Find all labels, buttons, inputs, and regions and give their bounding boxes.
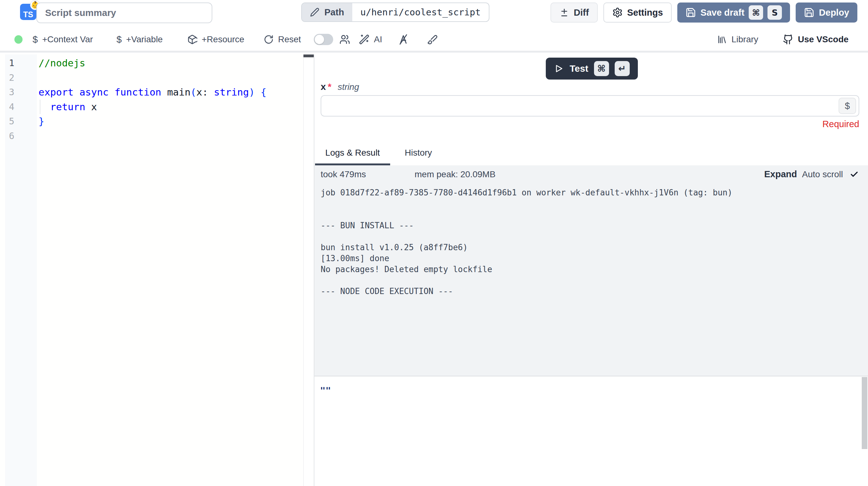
code-line[interactable] (38, 129, 267, 144)
reset-label: Reset (278, 34, 301, 44)
code-line[interactable]: } (38, 114, 267, 129)
add-variable-label: +Variable (126, 34, 163, 44)
windmill-script-editor: TS 👶 Path u/henri/coolest_script Diff Se… (0, 0, 868, 486)
save-draft-label: Save draft (701, 7, 744, 18)
code-line[interactable]: export async function main(x: string) { (38, 85, 267, 99)
scrollbar-thumb[interactable] (862, 377, 867, 449)
typescript-logo: TS 👶 (20, 4, 36, 20)
memory-peak: mem peak: 20.09MB (414, 170, 495, 179)
required-validation-message: Required (822, 119, 859, 129)
argument-value-input[interactable] (321, 95, 859, 117)
header-actions: Diff Settings Save draft ⌘ S Deploy (551, 2, 857, 23)
add-resource-button[interactable]: +Resource (187, 34, 244, 44)
package-icon (187, 34, 197, 44)
add-context-var-label: +Context Var (42, 34, 93, 44)
header-bar: TS 👶 Path u/henri/coolest_script Diff Se… (0, 0, 868, 28)
dollar-icon: $ (33, 34, 38, 45)
code-editor[interactable]: 123456 //nodejsexport async function mai… (0, 55, 304, 486)
assistant-disabled-icon (398, 34, 409, 45)
reset-button[interactable]: Reset (264, 34, 301, 44)
save-icon (804, 7, 814, 18)
test-button[interactable]: Test ⌘ ↵ (546, 58, 638, 80)
tab-history[interactable]: History (390, 140, 446, 165)
diff-label: Diff (574, 7, 589, 18)
run-duration: took 479ms (321, 170, 414, 179)
code-line[interactable]: //nodejs (38, 56, 267, 70)
dollar-icon: $ (845, 101, 850, 111)
add-resource-label: +Resource (202, 34, 244, 44)
enter-key-badge: ↵ (615, 61, 630, 76)
save-draft-button[interactable]: Save draft ⌘ S (677, 2, 790, 23)
tab-logs-result[interactable]: Logs & Result (315, 140, 390, 165)
settings-button[interactable]: Settings (603, 2, 672, 23)
line-number: 2 (0, 70, 14, 85)
line-number: 5 (0, 114, 14, 129)
script-summary-input[interactable] (36, 2, 212, 23)
dollar-icon: $ (117, 34, 122, 45)
argument-input-wrap: $ (321, 95, 859, 117)
add-context-var-button[interactable]: $ +Context Var (33, 34, 93, 45)
typescript-logo-label: TS (23, 10, 33, 19)
path-label: Path (324, 7, 344, 18)
code-assistant-disabled-button[interactable] (398, 34, 409, 45)
log-output[interactable]: job 018d7f22-af89-7385-7780-d4146d1f96b1… (321, 187, 733, 297)
toggle-knob (315, 35, 324, 44)
deploy-label: Deploy (819, 7, 849, 18)
argument-name: x (321, 82, 326, 92)
main-area: 123456 //nodejsexport async function mai… (0, 55, 868, 486)
cmd-key-badge: ⌘ (594, 61, 609, 76)
ai-label: AI (374, 34, 382, 44)
insert-variable-button[interactable]: $ (839, 98, 856, 114)
diff-mode-toggle[interactable] (314, 34, 333, 45)
code-content[interactable]: //nodejsexport async function main(x: st… (38, 56, 267, 143)
line-number: 6 (0, 129, 14, 144)
result-scrollbar[interactable] (861, 376, 868, 486)
result-panel: "" (314, 376, 868, 486)
settings-label: Settings (627, 7, 663, 18)
script-path-control[interactable]: Path u/henri/coolest_script (301, 2, 489, 22)
cmd-key-badge: ⌘ (749, 5, 763, 20)
autoscroll-toggle[interactable]: Auto scroll (802, 170, 843, 179)
required-asterisk: * (328, 82, 332, 92)
s-key-badge: S (768, 5, 782, 20)
deploy-button[interactable]: Deploy (796, 2, 857, 23)
library-label: Library (732, 34, 758, 44)
splitter-drag-handle[interactable] (303, 55, 314, 57)
ai-assistant-button[interactable]: AI (359, 34, 382, 45)
reset-icon (264, 34, 274, 44)
pencil-icon (310, 7, 319, 17)
github-cat-icon (783, 34, 794, 45)
toggle-switch[interactable] (314, 34, 333, 45)
play-icon (554, 64, 564, 73)
use-vscode-label: Use VScode (798, 34, 848, 44)
deployment-status-dot-icon (14, 35, 23, 44)
code-line[interactable] (38, 70, 267, 85)
argument-label: x* string (321, 82, 359, 92)
save-icon (685, 7, 696, 18)
users-icon (339, 34, 350, 45)
test-label: Test (569, 63, 588, 74)
add-variable-button[interactable]: $ +Variable (117, 34, 163, 45)
code-line[interactable]: return x (38, 99, 267, 114)
logs-panel: took 479ms mem peak: 20.09MB Expand Auto… (314, 165, 868, 376)
check-icon (850, 170, 859, 179)
result-value[interactable]: "" (320, 385, 331, 396)
run-metadata-row: took 479ms mem peak: 20.09MB Expand Auto… (321, 169, 859, 179)
library-button[interactable]: Library (717, 34, 758, 44)
use-vscode-button[interactable]: Use VScode (783, 34, 848, 45)
library-icon (717, 34, 727, 44)
argument-type: string (338, 82, 359, 92)
line-number: 1 (0, 56, 14, 70)
collaboration-users-button[interactable] (339, 34, 350, 45)
line-number: 4 (0, 99, 14, 114)
path-value: u/henri/coolest_script (352, 3, 489, 21)
magic-wand-icon (359, 34, 370, 45)
format-code-button[interactable] (427, 34, 438, 45)
run-panel: Test ⌘ ↵ x* string $ Required Logs & Res… (314, 55, 868, 486)
diff-button[interactable]: Diff (551, 2, 597, 23)
gear-icon (612, 7, 623, 18)
expand-button[interactable]: Expand (764, 169, 797, 179)
editor-toolbar: $ +Context Var $ +Variable +Resource Res… (0, 28, 868, 53)
line-numbers: 123456 (0, 56, 14, 143)
path-edit-section[interactable]: Path (302, 3, 352, 21)
